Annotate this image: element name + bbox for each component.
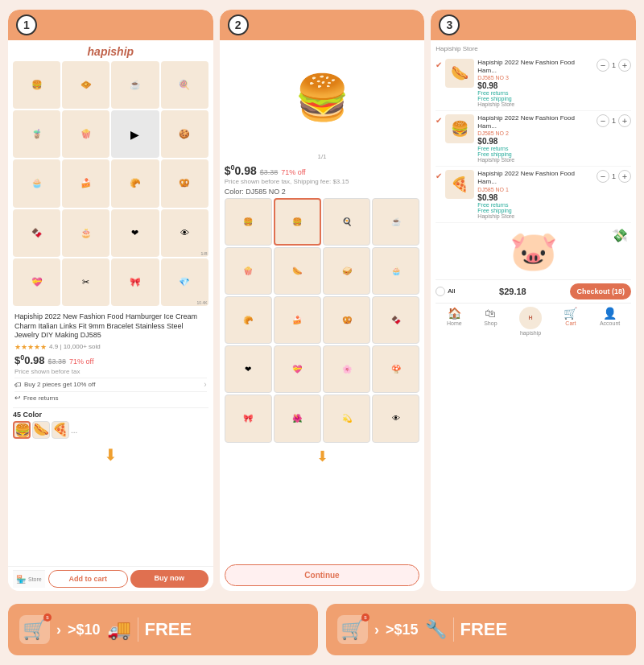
cart-store-1[interactable]: Hapiship Store <box>477 101 593 107</box>
color-cell-14[interactable]: 💝 <box>274 345 321 393</box>
tab-home[interactable]: 🏠 Home <box>447 307 462 336</box>
swatch-2[interactable]: 🌭 <box>32 421 50 439</box>
cart-price-3: $0.98 <box>477 193 593 202</box>
tab-bar: 🏠 Home 🛍 Shop H hapiship 🛒 Cart <box>436 303 631 339</box>
thumb-20[interactable]: 💎 10.4K <box>161 258 208 306</box>
color-cell-5[interactable]: 🍿 <box>225 247 272 295</box>
thumb-1[interactable]: 🍔 <box>13 61 60 109</box>
thumb-14[interactable]: 🎂 <box>62 209 109 257</box>
thumb-8[interactable]: 🍪 <box>161 110 208 158</box>
thumb-16[interactable]: 👁 1/8 <box>161 209 208 257</box>
tab-cart[interactable]: 🛒 Cart <box>564 307 577 336</box>
deal-2-row: ↩ Free returns <box>14 391 207 403</box>
store-icon: 🏪 <box>16 575 26 584</box>
price-off: 71% off <box>69 357 93 366</box>
color-cell-15[interactable]: 🌸 <box>323 345 370 393</box>
cart-sku-2[interactable]: DJ585 NO 2 <box>477 130 593 136</box>
color-cell-17[interactable]: 🎀 <box>225 394 272 442</box>
continue-button[interactable]: Continue <box>225 564 420 586</box>
cart-free-ship-2: Free shipping <box>477 151 593 157</box>
color-cell-8[interactable]: 🧁 <box>372 247 419 295</box>
thumb-13[interactable]: 🍫 <box>13 209 60 257</box>
tab-shop[interactable]: 🛍 Shop <box>484 307 497 336</box>
color-cell-7[interactable]: 🥪 <box>323 247 370 295</box>
deal-1-row[interactable]: 🏷 Buy 2 pieces get 10% off › <box>14 378 207 390</box>
banner-2: 🛒 $ › >$15 🔧 FREE <box>326 604 636 655</box>
cart-store-3[interactable]: Hapiship Store <box>477 213 593 219</box>
thumb-18[interactable]: ✂ <box>62 258 109 306</box>
color-cell-13[interactable]: ❤ <box>225 345 272 393</box>
qty-plus-1[interactable]: + <box>618 59 631 72</box>
p2-price-note: Price shown before tax, Shipping fee: $3… <box>225 178 420 185</box>
cart-sku-1[interactable]: DJ585 NO 3 <box>477 75 593 81</box>
thumb-11[interactable]: 🥐 <box>111 159 159 207</box>
deal-2-text: Free returns <box>23 394 59 402</box>
color-cell-18[interactable]: 🌺 <box>274 394 321 442</box>
cart-free-returns-3: Free returns <box>477 202 593 208</box>
qty-minus-2[interactable]: − <box>597 114 609 127</box>
panel-3: 3 Hapiship Store ✔ 🌭 Hapiship 2022 New F… <box>431 10 636 591</box>
store-tab: 🏪 Store <box>13 570 45 588</box>
cart-qty-3: − 1 + <box>597 170 631 183</box>
cart-qty-1: − 1 + <box>597 59 631 72</box>
action-buttons: Add to cart Buy now <box>48 570 208 588</box>
cart-bottom: All $29.18 Checkout (18) <box>436 279 631 303</box>
qty-minus-1[interactable]: − <box>597 59 609 72</box>
deal-icon-1: 🏷 <box>14 381 22 389</box>
cart-check-1[interactable]: ✔ <box>436 60 442 69</box>
color-cell-6[interactable]: 🌭 <box>274 247 321 295</box>
color-cell-20[interactable]: 👁 <box>372 394 419 442</box>
tab-account[interactable]: 👤 Account <box>600 307 620 336</box>
cart-item-1: ✔ 🌭 Hapiship 2022 New Fashion Food Ham..… <box>436 56 631 111</box>
cart-free-ship-1: Free shipping <box>477 96 593 101</box>
color-grid: 🍔 🍔 🍳 ☕ 🍿 🌭 🥪 🧁 🥐 🍰 🥨 🍫 ❤ 💝 🌸 🍄 <box>225 198 420 443</box>
cart-thumb-2: 🍔 <box>445 114 474 143</box>
cart-check-3[interactable]: ✔ <box>436 171 442 180</box>
thumb-9[interactable]: 🧁 <box>13 159 60 207</box>
color-cell-12[interactable]: 🍫 <box>372 296 419 344</box>
tab-hapiship[interactable]: H hapiship <box>519 307 542 336</box>
thumb-4[interactable]: 🍭 <box>161 61 208 109</box>
tab-cart-label: Cart <box>565 320 576 326</box>
all-checkbox[interactable] <box>436 287 445 296</box>
cart-store-2[interactable]: Hapiship Store <box>477 157 593 163</box>
color-cell-19[interactable]: 💫 <box>323 394 370 442</box>
thumb-3[interactable]: ☕ <box>111 61 159 109</box>
color-section: 45 Color 🍔 🌭 🍕 ... <box>13 407 208 442</box>
panels-row: 1 hapiship 🍔 🧇 ☕ 🍭 🧋 🍿 ▶ 🍪 🧁 <box>0 0 644 597</box>
color-cell-4[interactable]: ☕ <box>372 198 419 246</box>
color-cell-3[interactable]: 🍳 <box>323 198 370 246</box>
qty-plus-2[interactable]: + <box>618 114 631 127</box>
p2-arrow-indicator: ⬇ <box>225 448 420 465</box>
add-to-cart-button[interactable]: Add to cart <box>48 570 128 588</box>
cart-check-2[interactable]: ✔ <box>436 116 442 125</box>
color-cell-16[interactable]: 🍄 <box>372 345 419 393</box>
cart-info-3: Hapiship 2022 New Fashion Food Ham... DJ… <box>477 170 593 218</box>
thumb-17[interactable]: 💝 <box>13 258 60 306</box>
checkout-button[interactable]: Checkout (18) <box>570 283 631 299</box>
thumb-6[interactable]: 🍿 <box>62 110 109 158</box>
thumb-2[interactable]: 🧇 <box>62 61 109 109</box>
image-counter: 1/1 <box>225 153 420 160</box>
all-check[interactable]: All <box>436 287 455 296</box>
color-cell-2[interactable]: 🍔 <box>274 198 321 246</box>
store-label-p1: Store <box>28 576 42 582</box>
color-cell-11[interactable]: 🥨 <box>323 296 370 344</box>
qty-plus-3[interactable]: + <box>618 170 631 183</box>
thumb-7[interactable]: ▶ <box>111 110 159 158</box>
swatch-1[interactable]: 🍔 <box>13 421 31 439</box>
buy-now-button[interactable]: Buy now <box>130 570 208 588</box>
thumb-19[interactable]: 🎀 <box>111 258 159 306</box>
thumb-5[interactable]: 🧋 <box>13 110 60 158</box>
price-old: $3.38 <box>48 357 67 366</box>
app-container: 1 hapiship 🍔 🧇 ☕ 🍭 🧋 🍿 ▶ 🍪 🧁 <box>0 0 644 665</box>
thumb-12[interactable]: 🥨 <box>161 159 208 207</box>
thumb-10[interactable]: 🍰 <box>62 159 109 207</box>
color-cell-1[interactable]: 🍔 <box>225 198 272 246</box>
color-cell-9[interactable]: 🥐 <box>225 296 272 344</box>
qty-minus-3[interactable]: − <box>597 170 609 183</box>
thumb-15[interactable]: ❤ <box>111 209 159 257</box>
swatch-3[interactable]: 🍕 <box>52 421 69 439</box>
color-cell-10[interactable]: 🍰 <box>274 296 321 344</box>
cart-sku-3[interactable]: DJ585 NO 1 <box>477 187 593 192</box>
